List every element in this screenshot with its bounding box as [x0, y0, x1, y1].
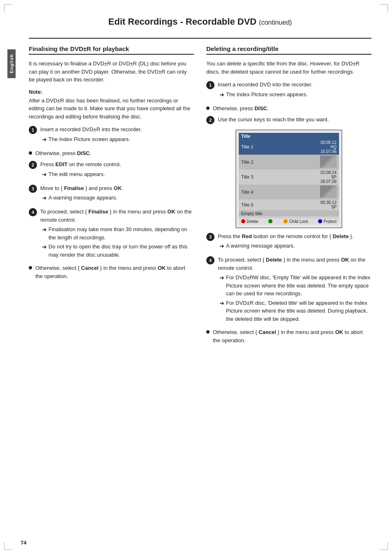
right-intro: You can delete a specific title from the…: [206, 60, 371, 76]
left-step-1: 1 Insert a recorded DVD±R into the recor…: [29, 125, 194, 145]
dvd-cell-title4-name: Title 4: [239, 185, 294, 199]
right-step-num-3: 3: [206, 233, 214, 241]
right-step-1-text: Insert a recorded DVD into the recorder.: [218, 81, 371, 89]
right-step-3-arrow: ➜ A warning message appears.: [219, 242, 371, 250]
right-step-3-text: Press the Red button on the remote contr…: [218, 232, 371, 241]
dvd-bottom-green: [268, 219, 274, 223]
note-heading: Note:: [29, 89, 194, 95]
dvd-bottom-protect-label: Protect: [323, 219, 337, 224]
right-bullet-2: Otherwise, select { Cancel } in the menu…: [206, 328, 371, 344]
left-bullet-1: Otherwise, press DISC.: [29, 149, 194, 158]
step-num-4: 4: [29, 208, 37, 216]
right-step-1: 1 Insert a recorded DVD into the recorde…: [206, 81, 371, 100]
thumb-title2: [320, 155, 337, 168]
dvd-cell-empty-info: [294, 210, 339, 217]
left-step-4-content: To proceed, select { Finalise } in the m…: [40, 208, 194, 260]
dvd-bottom-bar: Delete Child Lock Protect: [239, 218, 339, 225]
dvd-bottom-delete: Delete: [241, 219, 258, 224]
dvd-screen: Title Title 1 00:05:12HQ15.07.06 Title 2: [235, 130, 342, 228]
left-step-2-text: Press EDIT on the remote control.: [40, 160, 194, 169]
right-step-2: 2 Use the cursor keys to reach the title…: [206, 116, 371, 125]
left-step-3-content: Move to { Finalise } and press OK. ➜ A w…: [40, 184, 194, 204]
left-column: Finalising the DVD±R for playback It is …: [29, 45, 194, 348]
left-intro: It is necessary to finalise a DVD±R or D…: [29, 60, 194, 84]
left-bullet-2: Otherwise, select { Cancel } in the menu…: [29, 264, 194, 280]
dvd-row-title1: Title 1 00:05:12HQ15.07.06: [239, 139, 339, 155]
thumb-title4: [320, 185, 337, 198]
page-container: English Edit Recordings - Recordable DVD…: [0, 0, 392, 554]
dvd-bottom-childlock: Child Lock: [284, 219, 308, 224]
right-bullet-1: Otherwise, press DISC.: [206, 104, 371, 113]
page-title: Edit Recordings - Recordable DVD (contin…: [29, 16, 371, 30]
dvd-screen-table: Title Title 1 00:05:12HQ15.07.06 Title 2: [239, 133, 339, 217]
bullet-dot-2: [29, 266, 32, 269]
lang-tab: English: [7, 49, 16, 78]
step-num-3: 3: [29, 185, 37, 193]
dvd-cell-title3-time: 02:08:24SP28.07.06: [294, 169, 339, 185]
dvd-row-title4: Title 4: [239, 185, 339, 199]
dvd-bottom-protect: Protect: [318, 219, 337, 224]
corner-tr: [380, 4, 388, 12]
dvd-row-title2: Title 2: [239, 155, 339, 169]
right-step-2-content: Use the cursor keys to reach the title y…: [218, 116, 371, 125]
step-num-2: 2: [29, 161, 37, 169]
right-step-num-2: 2: [206, 116, 214, 124]
left-step-3-text: Move to { Finalise } and press OK.: [40, 184, 194, 192]
right-step-1-content: Insert a recorded DVD into the recorder.…: [218, 81, 371, 100]
dvd-col-title: Title: [239, 133, 294, 139]
orange-circle-icon: [284, 219, 288, 223]
corner-br: [380, 542, 388, 550]
blue-circle-icon: [318, 219, 322, 223]
left-step-1-text: Insert a recorded DVD±R into the recorde…: [40, 125, 194, 134]
right-step-3-content: Press the Red button on the remote contr…: [218, 232, 371, 252]
left-step-1-content: Insert a recorded DVD±R into the recorde…: [40, 125, 194, 145]
left-step-4-arrow-1: ➜ Finalisation may take more than 30 min…: [42, 225, 194, 241]
dvd-cell-title1-name: Title 1: [239, 139, 294, 155]
right-bullet-2-content: Otherwise, select { Cancel } in the menu…: [213, 328, 371, 344]
dvd-cell-title5-name: Title 5: [239, 199, 294, 210]
dvd-row-empty: Empty title: [239, 210, 339, 217]
bullet-dot-1: [29, 151, 32, 155]
right-step-3: 3 Press the Red button on the remote con…: [206, 232, 371, 252]
dvd-cell-title1-time: 00:05:12HQ15.07.06: [294, 139, 339, 155]
left-step-4-arrow-2: ➜ Do not try to open the disc tray or tu…: [42, 243, 194, 259]
corner-bl: [4, 542, 12, 550]
right-step-4-text: To proceed, select { Delete } in the men…: [218, 256, 371, 272]
two-col-layout: Finalising the DVD±R for playback It is …: [29, 45, 371, 348]
note-text: After a DVD±R disc has been finalised, n…: [29, 97, 194, 121]
right-step-4: 4 To proceed, select { Delete } in the m…: [206, 256, 371, 324]
dvd-cell-title3-name: Title 3: [239, 169, 294, 185]
corner-tl: [4, 4, 12, 12]
left-step-2: 2 Press EDIT on the remote control. ➜ Th…: [29, 160, 194, 180]
dvd-table-header: Title: [239, 133, 339, 139]
step-num-1: 1: [29, 126, 37, 134]
left-step-4-text: To proceed, select { Finalise } in the m…: [40, 208, 194, 224]
right-bullet-1-content: Otherwise, press DISC.: [213, 104, 371, 113]
right-step-4-content: To proceed, select { Delete } in the men…: [218, 256, 371, 324]
left-step-2-content: Press EDIT on the remote control. ➜ The …: [40, 160, 194, 180]
dvd-cell-empty-name: Empty title: [239, 210, 294, 217]
right-bullet-dot-2: [206, 330, 210, 334]
dvd-cell-title4-thumb: [294, 185, 339, 199]
dvd-cell-title2-name: Title 2: [239, 155, 294, 169]
right-step-1-arrow: ➜ The Index Picture screen appears.: [219, 90, 371, 99]
left-step-1-arrow: ➜ The Index Picture screen appears.: [42, 135, 194, 144]
dvd-bottom-delete-label: Delete: [247, 219, 258, 224]
right-section-heading: Deleting a recording/title: [206, 45, 371, 55]
right-column: Deleting a recording/title You can delet…: [206, 45, 371, 348]
dvd-cell-title2-thumb: [294, 155, 339, 169]
left-step-3: 3 Move to { Finalise } and press OK. ➜ A…: [29, 184, 194, 204]
right-step-num-4: 4: [206, 256, 214, 264]
left-step-2-arrow: ➜ The edit menu appears.: [42, 170, 194, 179]
dvd-cell-title5-time: 00:35:12SP: [294, 199, 339, 210]
right-step-4-arrow-1: ➜ For DVD±RW disc, 'Empty Title' will be…: [219, 274, 371, 298]
right-step-4-arrow-2: ➜ For DVD±R disc, 'Deleted title' will b…: [219, 299, 371, 323]
dvd-col-info: [294, 133, 339, 139]
title-divider: [29, 38, 371, 39]
left-step-3-arrow: ➜ A warning message appears.: [42, 194, 194, 202]
dvd-bottom-childlock-label: Child Lock: [289, 219, 308, 224]
left-bullet-2-content: Otherwise, select { Cancel } in the menu…: [35, 264, 194, 280]
right-bullet-dot-1: [206, 107, 210, 110]
left-bullet-1-content: Otherwise, press DISC.: [35, 149, 194, 158]
green-circle-icon: [268, 219, 272, 223]
